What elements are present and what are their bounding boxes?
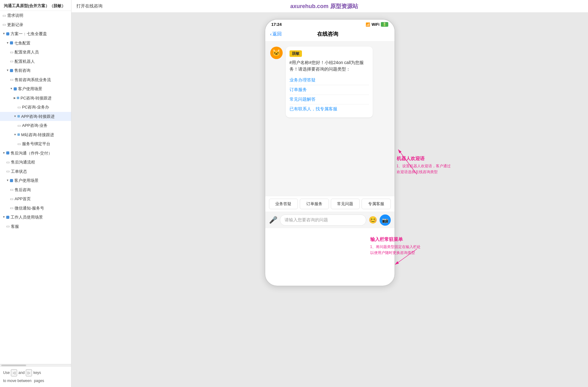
bot-message-text: #用户名称#您好！小桔24on call为您服务！请选择要咨询的问题类型：: [289, 59, 369, 72]
sidebar-item-work-status[interactable]: ▭ 工单状态: [0, 167, 71, 176]
folder-icon: [10, 69, 13, 72]
phone-body: 🐱 脱敏 #用户名称#您好！小桔24on call为您服务！请选择要咨询的问题类…: [265, 42, 394, 127]
input-bar: 🎤 请输入您要咨询的问题 😊 📷: [265, 212, 394, 228]
nav-keys-hint: Use ◁ and ▷ keys to move between pages: [3, 369, 68, 385]
triangle-down-icon: ▼: [2, 215, 5, 219]
sidebar-item-plan1[interactable]: ▼ 方案一：七鱼全覆盖: [0, 29, 71, 39]
menu-btn-3[interactable]: 常见问题: [331, 199, 360, 209]
topbar-site-label: axurehub.com 原型资源站: [290, 2, 358, 10]
triangle-down-icon: ▼: [14, 133, 16, 137]
file-icon: ▭: [6, 159, 10, 165]
option-link-2[interactable]: 订单服务: [289, 85, 369, 95]
bot-name-tag: 脱敏: [289, 50, 302, 57]
sidebar-item-pc-biz[interactable]: ▭ PC咨询-业务办: [0, 103, 71, 112]
sidebar-item-aftersale-flow[interactable]: ▭ 售后沟通流程: [0, 158, 71, 167]
sidebar-item-customer-scene2[interactable]: ▼ 客户使用场景: [0, 176, 71, 185]
sidebar-item-app-biz[interactable]: ▭ APP咨询-业务: [0, 121, 71, 130]
back-button[interactable]: ‹ 返回: [270, 31, 282, 37]
folder-icon: [14, 87, 17, 90]
back-label: 返回: [272, 31, 282, 37]
folder-icon: [6, 32, 9, 35]
folder-icon: [6, 151, 9, 154]
chat-area: 🐱 脱敏 #用户名称#您好！小桔24on call为您服务！请选择要咨询的问题类…: [265, 42, 394, 127]
sidebar-item-service-bind[interactable]: ▭ 服务号绑定平台: [0, 139, 71, 149]
file-icon: ▭: [17, 141, 21, 147]
triangle-down-icon: ▼: [6, 68, 9, 73]
folder-icon: [10, 179, 13, 182]
scrollbar-thumb[interactable]: [1, 365, 26, 366]
wifi-icon: WiFi: [371, 22, 379, 27]
sidebar-item-customer-scene[interactable]: ▼ 客户使用场景: [0, 84, 71, 94]
menu-btn-2[interactable]: 订单服务: [300, 199, 329, 209]
sidebar-item-wechat-notify[interactable]: ▭ 微信通知-服务号: [0, 204, 71, 213]
triangle-down-icon: ▼: [6, 178, 9, 183]
sidebar-item-qiyu[interactable]: ▼ 七鱼配置: [0, 39, 71, 48]
triangle-down-icon: ▼: [10, 87, 13, 91]
sidebar-nav[interactable]: ▭ 需求说明 ▭ 更新记录 ▼ 方案一：七鱼全覆盖 ▼ 七鱼配置 ▭ 配置坐席人…: [0, 11, 71, 364]
option-link-4[interactable]: 已有联系人，找专属客服: [289, 104, 369, 114]
canvas-area: 17:24 📶 WiFi 🔋 ‹ 返回 在线咨询: [71, 13, 588, 387]
option-link-1[interactable]: 业务办理答疑: [289, 76, 369, 85]
camera-button[interactable]: 📷: [380, 214, 391, 226]
file-icon: ▭: [10, 49, 13, 55]
microphone-icon[interactable]: 🎤: [269, 216, 277, 224]
bot-avatar: 🐱: [270, 47, 283, 59]
file-icon: ▭: [2, 22, 6, 27]
message-input[interactable]: 请输入您要咨询的问题: [280, 214, 366, 226]
file-icon: ▭: [10, 58, 13, 64]
triangle-down-icon: ▼: [6, 41, 9, 45]
emoji-icon[interactable]: 😊: [369, 216, 377, 224]
sidebar-title: 沟通工具原型(合并方案）（脱敏）: [0, 0, 71, 11]
sidebar-item-presale[interactable]: ▼ 售前咨询: [0, 66, 71, 75]
right-key: ▷: [26, 369, 32, 377]
bot-bubble: 脱敏 #用户名称#您好！小桔24on call为您服务！请选择要咨询的问题类型：…: [286, 47, 373, 117]
sidebar-item-aftersale[interactable]: ▼ 售后沟通（作件-交付）: [0, 149, 71, 158]
left-key: ◁: [11, 369, 17, 377]
folder-icon: [17, 133, 20, 136]
bottom-menu-bar: 业务答疑 订单服务 常见问题 专属客服: [265, 196, 394, 212]
sidebar-item-app-home[interactable]: ▭ APP首页: [0, 194, 71, 204]
sidebar-item-msite-transfer[interactable]: ▼ M站咨询-转接跟进: [0, 130, 71, 140]
topbar-left-label[interactable]: 打开在线咨询: [76, 3, 103, 9]
sidebar-item-changelog[interactable]: ▭ 更新记录: [0, 20, 71, 30]
folder-icon: [10, 41, 13, 44]
phone-mockup: 17:24 📶 WiFi 🔋 ‹ 返回 在线咨询: [265, 19, 395, 286]
folder-icon: [6, 216, 9, 219]
main-content: 打开在线咨询 axurehub.com 原型资源站 17:24 📶 WiFi 🔋: [71, 0, 588, 387]
file-icon: ▭: [10, 205, 13, 211]
page-title: 在线咨询: [282, 30, 374, 38]
file-icon: ▭: [10, 77, 13, 82]
sidebar-item-staff-scene[interactable]: ▼ 工作人员使用场景: [0, 213, 71, 222]
phone-status-bar: 17:24 📶 WiFi 🔋: [265, 20, 394, 28]
menu-btn-4[interactable]: 专属客服: [362, 199, 391, 209]
camera-icon: 📷: [382, 217, 388, 223]
phone-prototype: 17:24 📶 WiFi 🔋 ‹ 返回 在线咨询: [265, 19, 395, 286]
folder-icon: [17, 97, 19, 99]
file-icon: ▭: [10, 196, 13, 202]
triangle-down-icon: ▼: [2, 32, 5, 36]
menu-btn-1[interactable]: 业务答疑: [269, 199, 298, 209]
folder-icon: [17, 115, 20, 117]
annotation-robot-welcome-title: 机器人欢迎语: [397, 156, 425, 162]
triangle-right-icon: ▶: [14, 96, 16, 100]
sidebar-item-aftersale-consult[interactable]: ▭ 售后咨询: [0, 185, 71, 195]
sidebar-item-config-robot[interactable]: ▭ 配置机器人: [0, 57, 71, 66]
triangle-down-icon: ▼: [14, 114, 16, 119]
annotation-robot-welcome-text: 1、设置机器人欢迎语，客户通过欢迎语选择在线咨询类型: [397, 163, 451, 175]
phone-nav-bar: ‹ 返回 在线咨询: [265, 28, 394, 42]
file-icon: ▭: [17, 104, 21, 110]
sidebar-item-presale-flow[interactable]: ▭ 售前咨询系统业务流: [0, 75, 71, 85]
sidebar-item-config-seat[interactable]: ▭ 配置坐席人员: [0, 48, 71, 57]
triangle-down-icon: ▼: [2, 151, 5, 155]
sidebar-item-pc-transfer[interactable]: ▶ PC咨询-转接跟进: [0, 94, 71, 103]
signal-icon: 📶: [366, 22, 370, 27]
battery-icon: 🔋: [381, 22, 388, 27]
sidebar-footer: Use ◁ and ▷ keys to move between pages: [0, 366, 71, 387]
sidebar-item-app-transfer[interactable]: ▼ APP咨询-转接跟进: [0, 112, 71, 121]
option-link-3[interactable]: 常见问题解答: [289, 95, 369, 104]
horizontal-scrollbar[interactable]: [0, 364, 71, 366]
back-chevron-icon: ‹: [270, 31, 272, 37]
sidebar-item-customer-service[interactable]: ▭ 客服: [0, 222, 71, 231]
topbar: 打开在线咨询 axurehub.com 原型资源站: [71, 0, 588, 13]
sidebar-item-needs[interactable]: ▭ 需求说明: [0, 11, 71, 20]
